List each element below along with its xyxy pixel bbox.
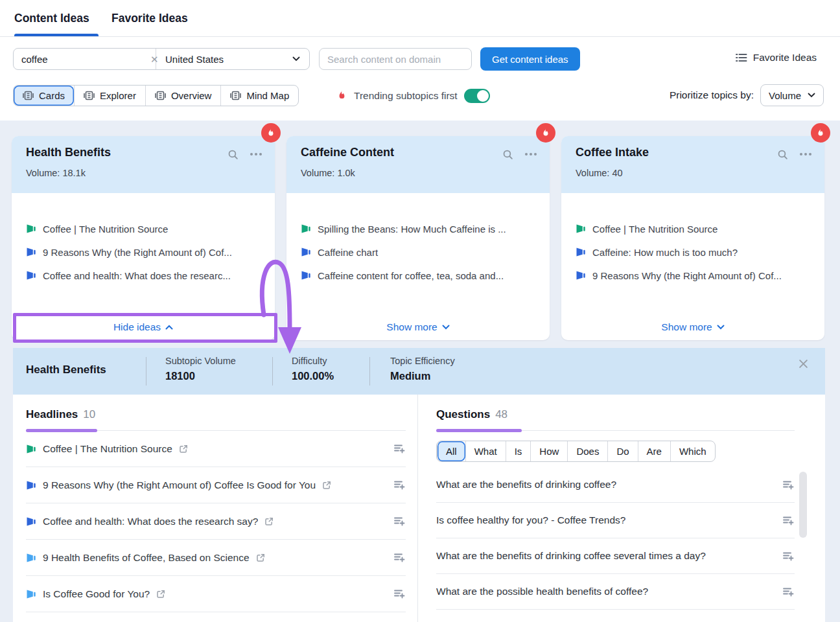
country-value: United States xyxy=(165,54,292,65)
stat-value: 18100 xyxy=(165,370,236,382)
question-filter-chip[interactable]: How xyxy=(530,441,567,461)
questions-scrollbar-thumb[interactable] xyxy=(799,472,807,538)
add-to-favorites-icon[interactable] xyxy=(782,551,795,562)
add-to-favorites-icon[interactable] xyxy=(393,552,406,563)
chevron-down-icon xyxy=(292,56,300,62)
question-filter-chip[interactable]: What xyxy=(465,441,506,461)
add-to-favorites-icon[interactable] xyxy=(393,479,406,490)
search-icon[interactable] xyxy=(228,149,239,163)
question-filter-chip[interactable]: Do xyxy=(607,441,637,461)
show-more-label: Show more xyxy=(661,321,712,333)
question-item[interactable]: Is coffee healthy for you? - Coffee Tren… xyxy=(436,503,795,538)
keyword-input[interactable] xyxy=(21,54,150,65)
prioritize-select[interactable]: Volume xyxy=(760,84,824,106)
megaphone-icon xyxy=(26,247,36,257)
tab-content-ideas[interactable]: Content Ideas xyxy=(14,0,89,36)
headline-item[interactable]: Coffee and health: What does the researc… xyxy=(26,503,406,540)
chevron-down-icon xyxy=(442,325,450,330)
chevron-up-icon xyxy=(165,325,173,330)
country-select[interactable]: United States xyxy=(156,49,309,69)
card-idea-item[interactable]: 9 Reasons Why (the Right Amount of) Cof.… xyxy=(26,245,261,259)
add-to-favorites-icon[interactable] xyxy=(393,516,406,527)
more-options-icon[interactable] xyxy=(525,153,537,156)
question-filter-chip[interactable]: Is xyxy=(506,441,531,461)
show-more-link[interactable]: Show more xyxy=(286,314,550,340)
more-options-icon[interactable] xyxy=(800,153,811,156)
add-to-favorites-icon[interactable] xyxy=(782,479,795,490)
view-label: Overview xyxy=(171,90,212,101)
tab-favorite-ideas[interactable]: Favorite Ideas xyxy=(111,0,188,36)
chevron-down-icon xyxy=(808,93,815,98)
external-link-icon[interactable] xyxy=(256,553,265,562)
divider xyxy=(272,357,273,386)
card-volume: Volume: 18.1k xyxy=(26,168,86,178)
hide-ideas-label: Hide ideas xyxy=(113,321,161,333)
favorite-ideas-link[interactable]: Favorite Ideas xyxy=(736,52,817,63)
trending-label: Trending subtopics first xyxy=(354,90,458,102)
search-icon[interactable] xyxy=(502,149,513,163)
card-idea-item[interactable]: Coffee | The Nutrition Source xyxy=(26,222,261,236)
trending-toggle[interactable] xyxy=(464,89,490,103)
question-filter-chip[interactable]: All xyxy=(437,441,465,461)
add-to-favorites-icon[interactable] xyxy=(393,443,406,454)
close-icon[interactable] xyxy=(799,359,808,371)
headlines-title: Headlines xyxy=(26,404,78,421)
headlines-active-underline xyxy=(26,429,97,432)
card-idea-item[interactable]: Spilling the Beans: How Much Caffeine is… xyxy=(301,222,535,236)
view-option[interactable]: Cards xyxy=(14,86,74,106)
card-idea-item[interactable]: Coffee | The Nutrition Source xyxy=(576,222,810,236)
toolbar: ✕ United States Get content ideas Favori… xyxy=(0,38,840,121)
view-option[interactable]: Overview xyxy=(145,86,221,106)
external-link-icon[interactable] xyxy=(156,590,165,599)
card-idea-item[interactable]: Caffeine content for coffee, tea, soda a… xyxy=(301,268,535,282)
get-content-ideas-button[interactable]: Get content ideas xyxy=(480,47,580,71)
external-link-icon[interactable] xyxy=(264,517,274,526)
add-to-favorites-icon[interactable] xyxy=(782,515,795,526)
question-filter-chip[interactable]: Are xyxy=(638,441,670,461)
megaphone-icon xyxy=(576,224,586,234)
hide-ideas-link[interactable]: Hide ideas xyxy=(12,314,275,340)
card-idea-item[interactable]: 9 Reasons Why (the Right Amount of) Cof.… xyxy=(576,268,810,282)
card-idea-item[interactable]: Caffeine chart xyxy=(301,245,535,259)
view-icon xyxy=(230,91,241,100)
card-idea-item[interactable]: Caffeine: How much is too much? xyxy=(576,245,810,259)
question-filter-chip[interactable]: Does xyxy=(567,441,607,461)
search-icon[interactable] xyxy=(777,149,788,163)
view-option[interactable]: Mind Map xyxy=(220,86,298,106)
more-options-icon[interactable] xyxy=(250,153,262,156)
question-item[interactable]: What are the possible health benefits of… xyxy=(436,574,795,610)
topic-card-coffee-intake: Coffee Intake Volume: 40 Coffee | The Nu… xyxy=(561,136,824,340)
add-to-favorites-icon[interactable] xyxy=(393,588,406,599)
megaphone-icon xyxy=(26,589,36,599)
external-link-icon[interactable] xyxy=(179,444,188,454)
headline-item[interactable]: Is Coffee Good for You? xyxy=(26,576,406,612)
view-icon xyxy=(23,91,34,100)
stat-topic-efficiency: Topic Efficiency Medium xyxy=(390,356,455,382)
headline-text: 9 Reasons Why (the Right Amount of) Coff… xyxy=(43,479,316,491)
add-to-favorites-icon[interactable] xyxy=(782,586,795,597)
headline-item[interactable]: Coffee | The Nutrition Source xyxy=(26,431,406,467)
question-filter-chip[interactable]: Which xyxy=(670,441,715,461)
question-item[interactable]: What are the benefits of drinking coffee… xyxy=(436,467,795,503)
headline-item[interactable]: 9 Reasons Why (the Right Amount of) Coff… xyxy=(26,467,406,503)
card-idea-text: 9 Reasons Why (the Right Amount of) Cof.… xyxy=(43,247,232,258)
card-header: Health Benefits Volume: 18.1k xyxy=(12,136,275,193)
headline-text: 9 Health Benefits of Coffee, Based on Sc… xyxy=(43,552,250,564)
question-text: What are the benefits of drinking coffee… xyxy=(436,479,616,490)
external-link-icon[interactable] xyxy=(322,481,331,490)
topic-card-caffeine-content: Caffeine Content Volume: 1.0k Spilling t… xyxy=(286,136,550,340)
questions-title: Questions xyxy=(436,404,490,421)
megaphone-icon xyxy=(576,247,586,257)
card-idea-text: Coffee | The Nutrition Source xyxy=(592,224,718,235)
stat-value: Medium xyxy=(390,370,455,382)
headline-item[interactable]: 9 Health Benefits of Coffee, Based on Sc… xyxy=(26,540,406,576)
questions-column: Questions 48 All What Is How Does Do xyxy=(419,395,825,622)
question-filters: All What Is How Does Do Are Which xyxy=(436,441,716,462)
view-option[interactable]: Explorer xyxy=(74,86,145,106)
domain-search-input[interactable] xyxy=(319,48,472,70)
card-idea-item[interactable]: Coffee and health: What does the researc… xyxy=(26,268,261,282)
show-more-link[interactable]: Show more xyxy=(561,314,824,340)
megaphone-icon xyxy=(26,480,36,490)
question-item[interactable]: What are the benefits of drinking coffee… xyxy=(436,538,795,574)
megaphone-icon xyxy=(26,224,36,234)
